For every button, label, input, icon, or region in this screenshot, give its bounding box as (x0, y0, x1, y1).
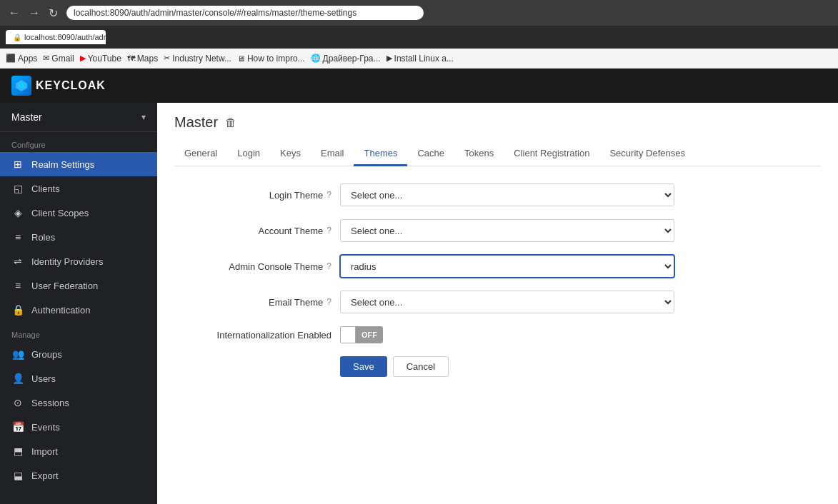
bookmarks-bar: ⬛ Apps ✉ Gmail ▶ YouTube 🗺 Maps ✂ Indust… (0, 49, 838, 69)
bookmark-apps[interactable]: ⬛ Apps (6, 54, 37, 64)
back-button[interactable]: ← (6, 6, 23, 19)
login-theme-row: Login Theme ? Select one... (174, 183, 674, 206)
tab-themes[interactable]: Themes (354, 142, 407, 166)
tab-login[interactable]: Login (227, 142, 270, 166)
manage-section-label: Manage (0, 322, 157, 342)
sidebar-item-user-federation[interactable]: ≡ User Federation (0, 273, 157, 298)
bookmark-maps[interactable]: 🗺 Maps (127, 54, 158, 64)
realm-selector[interactable]: Master ▾ (0, 103, 157, 132)
roles-icon: ≡ (11, 231, 24, 243)
bookmark-gmail-label: Gmail (51, 54, 74, 64)
delete-realm-icon[interactable]: 🗑 (225, 116, 236, 129)
bookmark-driver-label: Драйвер-Гра... (323, 54, 381, 64)
browser-chrome: ← → ↻ localhost:8090/auth/admin/master/c… (0, 0, 838, 26)
browser-tabs-bar: 🔒 localhost:8090/auth/admin... (0, 26, 838, 49)
toggle-handle (340, 326, 356, 343)
sidebar-item-groups-label: Groups (31, 349, 62, 360)
admin-console-theme-row: Admin Console Theme ? radius Select one.… (174, 255, 674, 278)
improve-icon: 🖥 (237, 54, 245, 63)
user-federation-icon: ≡ (11, 280, 24, 291)
tab-client-registration[interactable]: Client Registration (504, 142, 599, 166)
sidebar-item-sessions[interactable]: ⊙ Sessions (0, 390, 157, 415)
sidebar-item-users-label: Users (31, 373, 56, 384)
bookmark-maps-label: Maps (137, 54, 158, 64)
export-icon: ⬓ (11, 470, 24, 481)
youtube-icon: ▶ (80, 54, 86, 63)
sidebar-item-identity-providers[interactable]: ⇌ Identity Providers (0, 249, 157, 273)
keycloak-topbar: KEYCLOAK (0, 69, 838, 103)
admin-console-theme-help-icon[interactable]: ? (326, 261, 331, 271)
bookmark-gmail[interactable]: ✉ Gmail (43, 54, 74, 64)
sidebar-item-roles-label: Roles (31, 232, 55, 243)
email-theme-label: Email Theme ? (174, 297, 331, 308)
realm-settings-icon: ⊞ (11, 158, 24, 170)
tab-keys[interactable]: Keys (270, 142, 311, 166)
sidebar-item-authentication-label: Authentication (31, 305, 90, 316)
bookmark-youtube-label: YouTube (88, 54, 121, 64)
bookmark-driver[interactable]: 🌐 Драйвер-Гра... (311, 54, 381, 64)
main-body: Master ▾ Configure ⊞ Realm Settings ◱ Cl… (0, 103, 838, 504)
tabs-bar: General Login Keys Email Themes Cache To… (174, 142, 821, 166)
bookmark-improve[interactable]: 🖥 How to impro... (237, 54, 305, 64)
toggle-switch[interactable]: OFF (340, 326, 383, 343)
browser-nav-buttons: ← → ↻ (6, 6, 61, 20)
tab-tokens[interactable]: Tokens (454, 142, 504, 166)
sidebar-item-sessions-label: Sessions (31, 398, 69, 408)
sidebar-item-export[interactable]: ⬓ Export (0, 463, 157, 488)
account-theme-help-icon[interactable]: ? (326, 226, 331, 236)
keycloak-logo-text: KEYCLOAK (36, 79, 106, 92)
save-button[interactable]: Save (340, 356, 387, 377)
sidebar-item-import[interactable]: ⬒ Import (0, 439, 157, 463)
tab-label: localhost:8090/auth/admin... (24, 33, 106, 41)
import-icon: ⬒ (11, 445, 24, 457)
form-buttons: Save Cancel (340, 356, 674, 377)
authentication-icon: 🔒 (11, 304, 24, 316)
industry-icon: ✂ (164, 54, 170, 63)
tab-favicon: 🔒 (13, 34, 21, 41)
bookmark-youtube[interactable]: ▶ YouTube (80, 54, 121, 64)
driver-icon: 🌐 (311, 54, 321, 63)
login-theme-label: Login Theme ? (174, 190, 331, 201)
browser-tab[interactable]: 🔒 localhost:8090/auth/admin... (6, 30, 106, 44)
sidebar-item-export-label: Export (31, 470, 59, 481)
sidebar-item-events[interactable]: 📅 Events (0, 415, 157, 439)
sidebar-item-realm-settings[interactable]: ⊞ Realm Settings (0, 152, 157, 176)
content-header: Master 🗑 (174, 114, 821, 131)
client-scopes-icon: ◈ (11, 207, 24, 218)
gmail-icon: ✉ (43, 54, 49, 63)
sidebar-item-client-scopes[interactable]: ◈ Client Scopes (0, 201, 157, 225)
groups-icon: 👥 (11, 348, 24, 360)
internationalization-toggle[interactable]: OFF (340, 326, 383, 343)
sidebar-item-groups[interactable]: 👥 Groups (0, 342, 157, 366)
tab-email[interactable]: Email (311, 142, 354, 166)
account-theme-label: Account Theme ? (174, 226, 331, 236)
bookmark-linux[interactable]: ▶ Install Linux a... (386, 54, 454, 64)
content-area: Master 🗑 General Login Keys Email Themes… (157, 103, 838, 504)
sidebar-item-roles[interactable]: ≡ Roles (0, 225, 157, 249)
sidebar-item-clients-label: Clients (31, 183, 60, 194)
sidebar-item-users[interactable]: 👤 Users (0, 366, 157, 390)
reload-button[interactable]: ↻ (46, 6, 61, 20)
linux-icon: ▶ (386, 54, 392, 63)
login-theme-select[interactable]: Select one... (340, 183, 674, 206)
account-theme-select[interactable]: Select one... (340, 219, 674, 242)
email-theme-select[interactable]: Select one... (340, 291, 674, 313)
keycloak-logo-icon (11, 76, 31, 96)
page-title: Master (174, 114, 218, 131)
tab-general[interactable]: General (174, 142, 227, 166)
email-theme-help-icon[interactable]: ? (326, 297, 331, 307)
bookmark-improve-label: How to impro... (247, 54, 305, 64)
bookmark-industry[interactable]: ✂ Industry Netw... (164, 54, 231, 64)
tab-cache[interactable]: Cache (407, 142, 454, 166)
sidebar-item-realm-settings-label: Realm Settings (31, 159, 94, 170)
cancel-button[interactable]: Cancel (393, 356, 449, 377)
tab-security-defenses[interactable]: Security Defenses (599, 142, 695, 166)
forward-button[interactable]: → (26, 6, 43, 19)
configure-section-label: Configure (0, 132, 157, 152)
sidebar-item-authentication[interactable]: 🔒 Authentication (0, 298, 157, 322)
login-theme-help-icon[interactable]: ? (326, 190, 331, 200)
url-bar[interactable]: localhost:8090/auth/admin/master/console… (66, 6, 424, 20)
admin-console-theme-select[interactable]: radius Select one... keycloak (340, 255, 674, 278)
sidebar-item-clients[interactable]: ◱ Clients (0, 176, 157, 201)
realm-name: Master (11, 111, 42, 123)
